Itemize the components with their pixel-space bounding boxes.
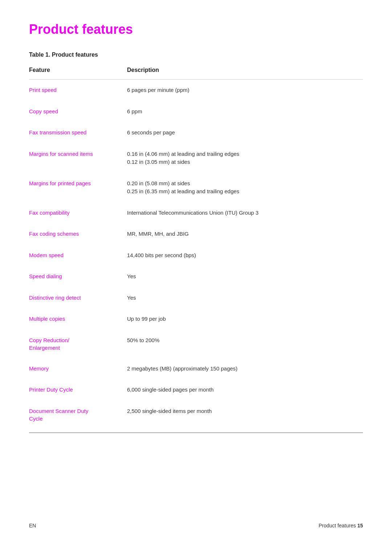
bottom-rule — [29, 433, 363, 433]
column-header-feature: Feature — [29, 67, 127, 80]
table-row: Print speed6 pages per minute (ppm) — [29, 80, 363, 101]
feature-description: 2,500 single-sided items per month — [127, 408, 212, 414]
feature-name-cell: Fax coding schemes — [29, 223, 127, 245]
feature-name-cell: Document Scanner DutyCycle — [29, 401, 127, 429]
table-header-row: Feature Description — [29, 67, 363, 80]
table-row: Fax transmission speed6 seconds per page — [29, 122, 363, 143]
column-header-description: Description — [127, 67, 363, 80]
feature-description-cell: Up to 99 per job — [127, 308, 363, 330]
feature-description-cell: 0.16 in (4.06 mm) at leading and trailin… — [127, 143, 363, 173]
feature-name: Printer Duty Cycle — [29, 386, 73, 393]
feature-name-cell: Printer Duty Cycle — [29, 379, 127, 401]
table-row: Copy speed6 ppm — [29, 101, 363, 122]
feature-name: Print speed — [29, 87, 57, 93]
feature-name-cell: Speed dialing — [29, 266, 127, 287]
feature-name-cell: Margins for scanned items — [29, 143, 127, 173]
feature-description: 6,000 single-sided pages per month — [127, 386, 214, 393]
feature-description: 6 seconds per page — [127, 129, 175, 135]
footer-right: Product features 15 — [319, 523, 363, 528]
feature-description-cell: 6 pages per minute (ppm) — [127, 80, 363, 101]
feature-description: Up to 99 per job — [127, 316, 166, 322]
feature-name: Margins for scanned items — [29, 151, 93, 157]
feature-name: Document Scanner DutyCycle — [29, 408, 88, 422]
features-table: Feature Description Print speed6 pages p… — [29, 67, 363, 429]
page-container: Product features Table 1. Product featur… — [0, 0, 392, 462]
feature-name: Fax compatibility — [29, 210, 70, 216]
feature-name: Speed dialing — [29, 273, 62, 279]
feature-name-cell: Modem speed — [29, 245, 127, 266]
feature-description-cell: 14,400 bits per second (bps) — [127, 245, 363, 266]
table-row: Margins for printed pages0.20 in (5.08 m… — [29, 173, 363, 202]
table-row: Memory2 megabytes (MB) (approximately 15… — [29, 358, 363, 380]
feature-description: International Telecommunications Union (… — [127, 210, 258, 216]
feature-name: Multiple copies — [29, 316, 65, 322]
feature-description: 6 ppm — [127, 108, 142, 114]
feature-name-cell: Copy Reduction/Enlargement — [29, 330, 127, 358]
feature-name: Distinctive ring detect — [29, 295, 81, 301]
feature-name: Modem speed — [29, 252, 64, 258]
feature-description-cell: Yes — [127, 266, 363, 287]
table-row: Distinctive ring detectYes — [29, 287, 363, 309]
feature-description-cell: 6 seconds per page — [127, 122, 363, 143]
feature-description-cell: Yes — [127, 287, 363, 309]
feature-description: Yes — [127, 273, 136, 279]
feature-description: 0.16 in (4.06 mm) at leading and trailin… — [127, 151, 239, 165]
page-title: Product features — [29, 22, 363, 37]
footer: EN Product features 15 — [29, 523, 363, 528]
table-row: Printer Duty Cycle6,000 single-sided pag… — [29, 379, 363, 401]
table-row: Modem speed14,400 bits per second (bps) — [29, 245, 363, 266]
feature-name-cell: Copy speed — [29, 101, 127, 122]
feature-description-cell: MR, MMR, MH, and JBIG — [127, 223, 363, 245]
feature-name: Memory — [29, 365, 49, 372]
footer-page-text: Product features — [319, 523, 356, 528]
feature-description-cell: International Telecommunications Union (… — [127, 202, 363, 224]
feature-description: Yes — [127, 295, 136, 301]
feature-description: 2 megabytes (MB) (approximately 150 page… — [127, 365, 237, 372]
table-title: Table 1. Product features — [29, 52, 363, 58]
feature-name-cell: Memory — [29, 358, 127, 380]
table-row: Document Scanner DutyCycle2,500 single-s… — [29, 401, 363, 429]
table-row: Margins for scanned items0.16 in (4.06 m… — [29, 143, 363, 173]
feature-description-cell: 6,000 single-sided pages per month — [127, 379, 363, 401]
feature-name-cell: Fax transmission speed — [29, 122, 127, 143]
feature-description-cell: 2 megabytes (MB) (approximately 150 page… — [127, 358, 363, 380]
feature-description-cell: 0.20 in (5.08 mm) at sides0.25 in (6.35 … — [127, 173, 363, 202]
table-row: Speed dialingYes — [29, 266, 363, 287]
feature-description: 50% to 200% — [127, 337, 159, 343]
feature-description: 6 pages per minute (ppm) — [127, 87, 189, 93]
table-row: Multiple copiesUp to 99 per job — [29, 308, 363, 330]
feature-name: Margins for printed pages — [29, 180, 91, 186]
table-row: Copy Reduction/Enlargement50% to 200% — [29, 330, 363, 358]
feature-description: 0.20 in (5.08 mm) at sides0.25 in (6.35 … — [127, 180, 239, 195]
feature-description: 14,400 bits per second (bps) — [127, 252, 196, 258]
feature-description-cell: 2,500 single-sided items per month — [127, 401, 363, 429]
feature-description-cell: 50% to 200% — [127, 330, 363, 358]
feature-name: Fax transmission speed — [29, 129, 86, 135]
feature-name: Fax coding schemes — [29, 231, 79, 237]
feature-name-cell: Fax compatibility — [29, 202, 127, 224]
footer-left: EN — [29, 523, 36, 528]
feature-name-cell: Print speed — [29, 80, 127, 101]
feature-description-cell: 6 ppm — [127, 101, 363, 122]
feature-name: Copy speed — [29, 108, 58, 114]
feature-name-cell: Multiple copies — [29, 308, 127, 330]
feature-description: MR, MMR, MH, and JBIG — [127, 231, 189, 237]
feature-name-cell: Margins for printed pages — [29, 173, 127, 202]
table-row: Fax compatibilityInternational Telecommu… — [29, 202, 363, 224]
table-row: Fax coding schemesMR, MMR, MH, and JBIG — [29, 223, 363, 245]
feature-name-cell: Distinctive ring detect — [29, 287, 127, 309]
feature-name: Copy Reduction/Enlargement — [29, 337, 69, 351]
footer-page-number: 15 — [357, 523, 363, 528]
